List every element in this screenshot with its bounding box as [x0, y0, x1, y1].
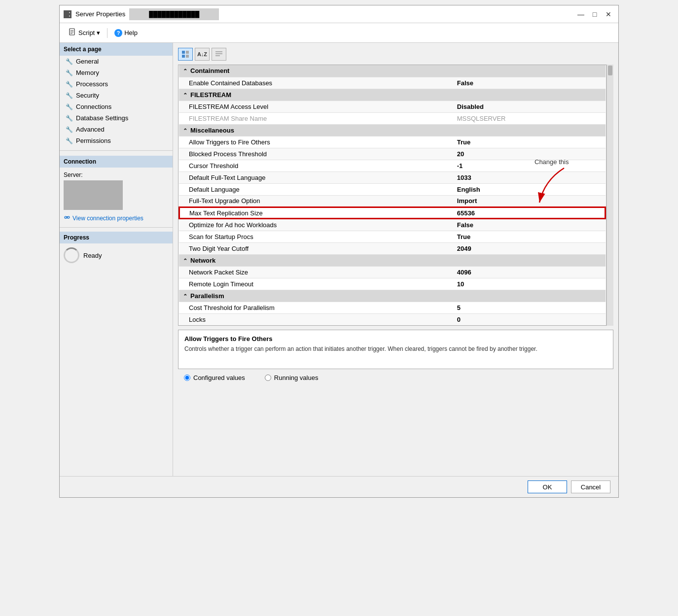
- table-row: Default Full-Text Language 1033: [179, 171, 606, 183]
- help-label: Help: [124, 29, 138, 36]
- view-connection-link[interactable]: View connection properties: [64, 214, 169, 222]
- description-button[interactable]: [212, 48, 226, 61]
- svg-point-2: [69, 12, 70, 13]
- props-toolbar: A↓Z: [178, 48, 613, 61]
- section-filestream-label: ⌃FILESTREAM: [179, 89, 606, 101]
- sidebar-label-memory: Memory: [76, 69, 99, 76]
- script-dropdown-icon: ▾: [97, 29, 100, 36]
- sidebar-label-db-settings: Database Settings: [76, 114, 128, 122]
- minimize-button[interactable]: —: [575, 8, 587, 20]
- scrollbar[interactable]: [607, 65, 613, 326]
- svg-rect-12: [182, 51, 185, 54]
- sidebar-item-permissions[interactable]: 🔧 Permissions: [60, 135, 173, 146]
- close-button[interactable]: ✕: [603, 8, 614, 20]
- sidebar-item-advanced[interactable]: 🔧 Advanced: [60, 124, 173, 135]
- sidebar-item-general[interactable]: 🔧 General: [60, 56, 173, 67]
- section-containment-label: ⌃Containment: [179, 65, 606, 77]
- prop-value: MSSQLSERVER: [453, 112, 606, 124]
- sidebar-label-advanced: Advanced: [76, 126, 105, 133]
- table-row: FILESTREAM Share Name MSSQLSERVER: [179, 112, 606, 124]
- prop-label: Optimize for Ad hoc Workloads: [179, 219, 453, 231]
- alphabetical-view-button[interactable]: A↓Z: [195, 48, 210, 61]
- toolbar-divider: [107, 28, 107, 38]
- table-row: Allow Triggers to Fire Others True: [179, 136, 606, 148]
- maximize-button[interactable]: □: [589, 8, 601, 20]
- running-values-option[interactable]: Running values: [265, 374, 319, 381]
- configured-values-option[interactable]: Configured values: [184, 374, 245, 381]
- content-area: Select a page 🔧 General 🔧 Memory 🔧 Proce…: [60, 43, 618, 476]
- prop-value: 1033: [453, 171, 606, 183]
- toolbar: Script ▾ ? Help: [60, 23, 618, 43]
- wrench-icon-general: 🔧: [66, 58, 73, 65]
- svg-rect-16: [215, 51, 222, 52]
- sidebar-label-general: General: [76, 58, 99, 65]
- prop-label: FILESTREAM Access Level: [179, 101, 453, 112]
- sidebar-item-database-settings[interactable]: 🔧 Database Settings: [60, 112, 173, 124]
- sidebar-item-security[interactable]: 🔧 Security: [60, 90, 173, 101]
- cancel-button[interactable]: Cancel: [571, 480, 610, 493]
- prop-label: Two Digit Year Cutoff: [179, 242, 453, 254]
- configured-values-radio[interactable]: [184, 375, 190, 381]
- wrench-icon-permissions: 🔧: [66, 137, 73, 144]
- description-box: Allow Triggers to Fire Others Controls w…: [178, 330, 613, 369]
- prop-value: Import: [453, 195, 606, 207]
- categorized-view-button[interactable]: [178, 48, 193, 61]
- table-wrapper: ⌃Containment Enable Contained Databases …: [178, 65, 613, 326]
- connection-header: Connection: [60, 156, 173, 168]
- spinner-icon: [64, 247, 79, 263]
- prop-label: Default Language: [179, 183, 453, 195]
- progress-header: Progress: [60, 232, 173, 243]
- prop-value: 5: [453, 302, 606, 313]
- prop-label: Blocked Process Threshold: [179, 148, 453, 160]
- table-annotation-area: ⌃Containment Enable Contained Databases …: [178, 65, 613, 326]
- prop-value: -1: [453, 160, 606, 171]
- sidebar-label-processors: Processors: [76, 80, 108, 88]
- prop-value: 10: [453, 278, 606, 290]
- sidebar-item-memory[interactable]: 🔧 Memory: [60, 67, 173, 78]
- script-button[interactable]: Script ▾: [66, 27, 103, 39]
- section-containment: ⌃Containment: [179, 65, 606, 77]
- wrench-icon-memory: 🔧: [66, 69, 73, 76]
- ok-button[interactable]: OK: [528, 480, 567, 493]
- prop-value: False: [453, 77, 606, 89]
- title-bar-left: Server Properties ████████████: [64, 8, 219, 20]
- table-row: Two Digit Year Cutoff 2049: [179, 242, 606, 254]
- section-network: ⌃Network: [179, 254, 606, 266]
- section-misc-label: ⌃Miscellaneous: [179, 124, 606, 136]
- help-icon: ?: [114, 29, 122, 37]
- view-connection-text: View connection properties: [72, 215, 143, 222]
- table-row: Default Language English: [179, 183, 606, 195]
- prop-label: Remote Login Timeout: [179, 278, 453, 290]
- svg-rect-17: [215, 53, 222, 54]
- svg-rect-18: [215, 55, 220, 56]
- server-label: Server:: [64, 171, 169, 178]
- table-row: Optimize for Ad hoc Workloads False: [179, 219, 606, 231]
- prop-value: 0: [453, 313, 606, 325]
- table-row: Cost Threshold for Parallelism 5: [179, 302, 606, 313]
- sidebar-item-connections[interactable]: 🔧 Connections: [60, 101, 173, 112]
- prop-value: True: [453, 136, 606, 148]
- prop-label-max-text: Max Text Replication Size: [179, 207, 453, 219]
- section-parallelism-label: ⌃Parallelism: [179, 290, 606, 302]
- description-text: Controls whether a trigger can perform a…: [184, 345, 607, 352]
- progress-section: Progress Ready: [60, 227, 173, 267]
- prop-value-max-text: 65536: [453, 207, 606, 219]
- prop-label: Locks: [179, 313, 453, 325]
- table-row: Cursor Threshold -1: [179, 160, 606, 171]
- help-button[interactable]: ? Help: [111, 28, 141, 38]
- table-row-max-text: Max Text Replication Size 65536: [179, 207, 606, 219]
- server-image: [64, 180, 123, 210]
- progress-ready: Ready: [64, 247, 169, 263]
- running-values-radio[interactable]: [265, 375, 271, 381]
- wrench-icon-security: 🔧: [66, 92, 73, 99]
- progress-status: Ready: [83, 252, 102, 259]
- props-table-container[interactable]: ⌃Containment Enable Contained Databases …: [178, 65, 607, 326]
- prop-label: Scan for Startup Procs: [179, 231, 453, 242]
- sidebar-item-processors[interactable]: 🔧 Processors: [60, 78, 173, 90]
- prop-label: Network Packet Size: [179, 266, 453, 278]
- prop-label: Enable Contained Databases: [179, 77, 453, 89]
- server-icon: [64, 10, 71, 18]
- prop-label: FILESTREAM Share Name: [179, 112, 453, 124]
- svg-rect-15: [186, 55, 189, 58]
- sidebar: Select a page 🔧 General 🔧 Memory 🔧 Proce…: [60, 43, 173, 476]
